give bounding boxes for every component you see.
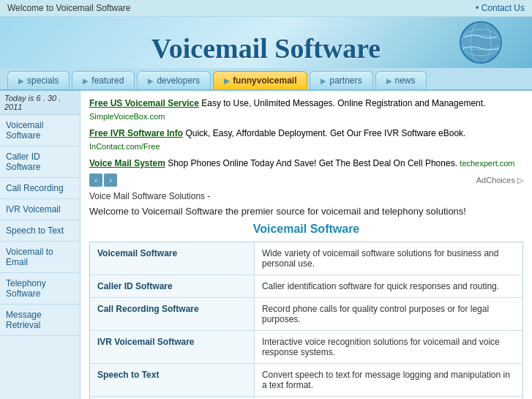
tab-arrow-icon: ▶	[321, 77, 326, 85]
date-bar: Today is 6 . 30 . 2011	[0, 91, 80, 115]
ad-source[interactable]: InContact.com/Free	[89, 142, 160, 151]
sidebar-item-telephony-software[interactable]: Telephony Software	[0, 273, 80, 305]
ads-section: Free US Voicemail Service Easy to Use, U…	[89, 97, 523, 170]
content-area: Free US Voicemail Service Easy to Use, U…	[80, 91, 532, 399]
tab-arrow-icon: ▶	[224, 77, 230, 85]
prev-arrow-button[interactable]: ‹	[89, 174, 102, 187]
ad-title[interactable]: Free US Voicemail Service	[89, 98, 199, 108]
feature-name: Caller ID Software	[90, 275, 255, 298]
nav-tab-specials[interactable]: ▶specials	[7, 71, 70, 89]
ad-title[interactable]: Free IVR Software Info	[89, 128, 183, 138]
main-layout: Today is 6 . 30 . 2011 Voicemail Softwar…	[0, 91, 532, 399]
feature-desc: Wide variety of voicemail software solut…	[254, 242, 522, 275]
sidebar-item-message-retrieval[interactable]: Message Retrieval	[0, 305, 80, 336]
feature-desc: Route incoming voicemail messages to ema…	[254, 397, 522, 400]
ad-link: Free US Voicemail Service Easy to Use, U…	[89, 97, 523, 123]
tab-label: developers	[157, 75, 200, 86]
tab-label: partners	[329, 75, 361, 86]
top-bar: Welcome to Voicemail Software • Contact …	[0, 0, 532, 17]
tab-arrow-icon: ▶	[83, 77, 89, 85]
tab-label: funnyvoicemail	[233, 75, 296, 86]
sidebar-item-voicemail-to-email[interactable]: Voicemail to Email	[0, 242, 80, 273]
table-row: Speech to TextConvert speech to text for…	[90, 364, 523, 397]
table-row: IVR Voicemail SoftwareInteractive voice …	[90, 331, 523, 364]
tab-arrow-icon: ▶	[18, 77, 24, 85]
welcome-text: Welcome to Voicemail Software	[7, 3, 131, 13]
ad-source[interactable]: techexpert.com	[460, 159, 514, 168]
table-row: Caller ID SoftwareCaller identification …	[90, 275, 523, 298]
nav-tab-news[interactable]: ▶news	[375, 71, 427, 89]
feature-desc: Interactive voice recognition solutions …	[254, 331, 522, 364]
table-row: Voicemail SoftwareWide variety of voicem…	[90, 242, 523, 275]
ad-title[interactable]: Voice Mail System	[89, 158, 165, 168]
sidebar-item-ivr-voicemail[interactable]: IVR Voicemail	[0, 199, 80, 220]
table-row: Voicemail to EmailRoute incoming voicema…	[90, 397, 523, 400]
ad-link: Voice Mail System Shop Phones Online Tod…	[89, 157, 523, 170]
feature-desc: Caller identification software for quick…	[254, 275, 522, 298]
tab-arrow-icon: ▶	[148, 77, 154, 85]
ad-text: Easy to Use, Unlimited Messages. Online …	[201, 98, 485, 108]
sidebar-item-voicemail-software[interactable]: Voicemail Software	[0, 115, 80, 146]
sidebar: Today is 6 . 30 . 2011 Voicemail Softwar…	[0, 91, 80, 399]
header: Voicemail Software	[0, 17, 532, 68]
feature-name: Voicemail Software	[90, 242, 255, 275]
feature-name: Voicemail to Email	[90, 397, 255, 400]
feature-name: Call Recording Software	[90, 298, 255, 331]
table-row: Call Recording SoftwareRecord phone call…	[90, 298, 523, 331]
tab-label: news	[395, 75, 416, 86]
nav-tab-developers[interactable]: ▶developers	[137, 71, 211, 89]
feature-name: IVR Voicemail Software	[90, 331, 255, 364]
nav-tab-funnyvoicemail[interactable]: ▶funnyvoicemail	[213, 71, 307, 89]
feature-table: Voicemail SoftwareWide variety of voicem…	[89, 242, 523, 399]
ad-text: Shop Phones Online Today And Save! Get T…	[168, 158, 457, 168]
ad-source[interactable]: SimpleVoiceBox.com	[89, 112, 165, 121]
site-title: Voicemail Software	[151, 32, 381, 64]
sidebar-item-call-recording[interactable]: Call Recording	[0, 178, 80, 199]
feature-desc: Convert speech to text for message loggi…	[254, 364, 522, 397]
ad-choices-bar: ‹ › AdChoices ▷	[89, 174, 523, 187]
nav-tab-partners[interactable]: ▶partners	[310, 71, 372, 89]
next-arrow-button[interactable]: ›	[104, 174, 117, 187]
section-title: Voicemail Software	[89, 223, 523, 236]
tab-label: featured	[91, 75, 124, 86]
contact-link[interactable]: • Contact Us	[476, 3, 525, 13]
welcome-message: Welcome to Voicemail Software the premie…	[89, 206, 523, 217]
feature-name: Speech to Text	[90, 364, 255, 397]
nav-tabs: ▶specials▶featured▶developers▶funnyvoice…	[0, 68, 532, 91]
nav-arrows: ‹ ›	[89, 174, 117, 187]
ad-text: Quick, Easy, Affordable Deployment. Get …	[185, 128, 465, 138]
sidebar-item-speech-to-text[interactable]: Speech to Text	[0, 220, 80, 242]
nav-tab-featured[interactable]: ▶featured	[72, 71, 135, 89]
feature-desc: Record phone calls for quality control p…	[254, 298, 522, 331]
globe-icon	[459, 20, 503, 64]
sidebar-item-caller-id-software[interactable]: Caller ID Software	[0, 146, 80, 178]
intro-line: Voice Mail Software Solutions -	[89, 191, 523, 201]
tab-arrow-icon: ▶	[386, 77, 392, 85]
ad-link: Free IVR Software Info Quick, Easy, Affo…	[89, 127, 523, 153]
tab-label: specials	[27, 75, 59, 86]
ad-choices-label[interactable]: AdChoices ▷	[476, 176, 523, 185]
